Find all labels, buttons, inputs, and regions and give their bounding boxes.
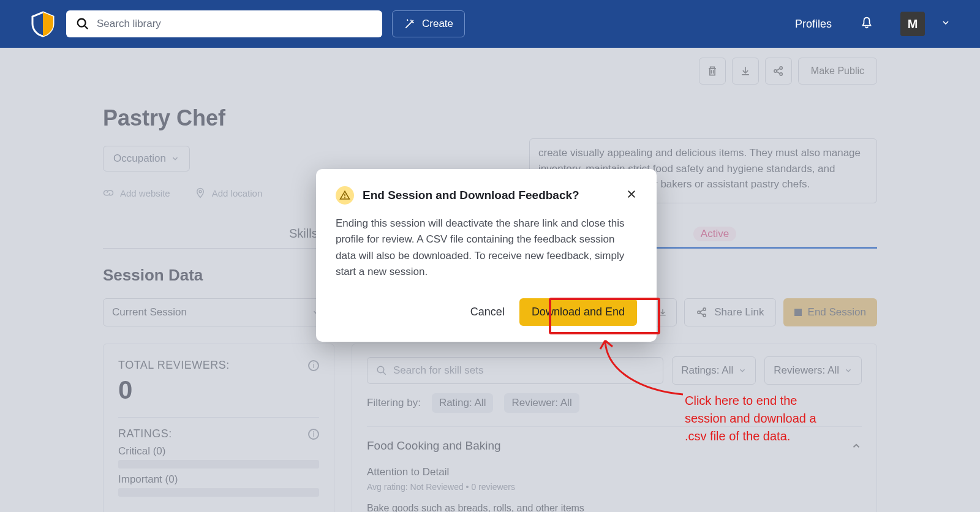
brand-logo	[29, 10, 56, 37]
user-menu-chevron[interactable]	[941, 18, 951, 30]
notifications-button[interactable]	[860, 16, 873, 32]
warning-badge	[336, 186, 354, 205]
magic-wand-icon	[404, 18, 416, 30]
modal-body: Ending this session will deactivate the …	[336, 216, 637, 280]
library-search-input[interactable]	[97, 18, 372, 30]
topbar: Create Profiles M	[0, 0, 980, 48]
close-icon	[626, 189, 637, 200]
library-search[interactable]	[66, 10, 382, 37]
chevron-down-icon	[941, 18, 951, 28]
create-button-label: Create	[422, 18, 453, 30]
avatar-initial: M	[908, 17, 918, 31]
warning-triangle-icon	[339, 190, 350, 201]
search-icon	[76, 17, 89, 31]
create-button[interactable]: Create	[392, 10, 465, 37]
bell-icon	[860, 16, 873, 29]
end-session-modal: End Session and Download Feedback? Endin…	[316, 169, 657, 342]
modal-download-end-button[interactable]: Download and End	[519, 298, 637, 326]
modal-cancel-button[interactable]: Cancel	[470, 306, 505, 318]
svg-point-12	[344, 197, 345, 198]
modal-close-button[interactable]	[626, 189, 637, 202]
user-avatar[interactable]: M	[900, 12, 925, 36]
profiles-link[interactable]: Profiles	[795, 18, 832, 31]
svg-line-1	[85, 26, 88, 29]
svg-point-0	[78, 19, 86, 27]
modal-title: End Session and Download Feedback?	[363, 189, 579, 202]
